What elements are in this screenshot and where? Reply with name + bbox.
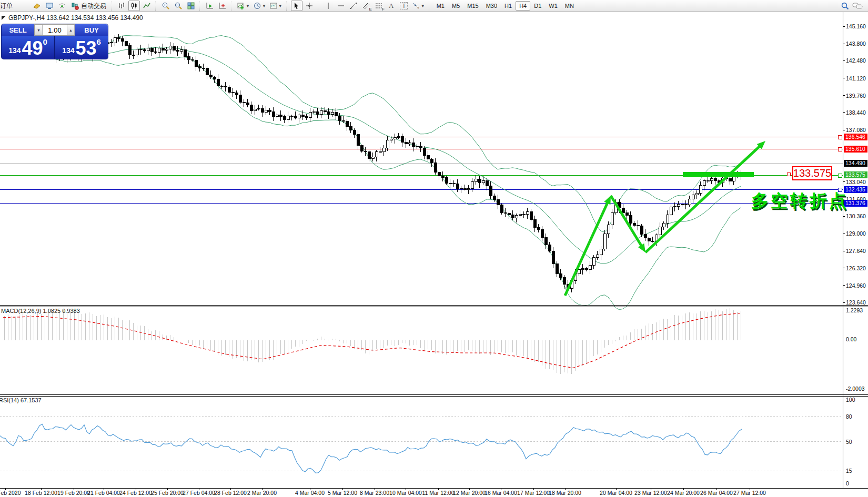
sell-button[interactable]: SELL	[2, 24, 34, 36]
candle-body	[633, 223, 635, 225]
candle-body	[544, 237, 547, 245]
timeframe-button-w1[interactable]: W1	[545, 1, 561, 11]
candle-body	[416, 147, 418, 147]
candle-body	[209, 75, 212, 77]
new-order-button[interactable]: 新订单	[1, 1, 30, 11]
candle-body	[475, 179, 477, 181]
rsi-axis-label: 100	[846, 397, 855, 403]
terminal-button[interactable]	[44, 1, 55, 11]
candle-body	[220, 86, 223, 87]
trend-arrow-line[interactable]	[645, 145, 761, 252]
candle-body	[246, 103, 249, 105]
timeframe-button-mn[interactable]: MN	[561, 1, 578, 11]
volume-increase-button[interactable]: ▲	[67, 25, 75, 35]
candle-body	[305, 116, 308, 117]
toolbar-separator	[286, 2, 288, 11]
macd-axis-label: 0.00	[846, 336, 856, 342]
price-level-tag[interactable]: 133.575	[792, 166, 832, 180]
timeframe-button-m5[interactable]: M5	[448, 1, 463, 11]
crosshair-tool-button[interactable]	[304, 1, 315, 11]
timeframe-button-m30[interactable]: M30	[482, 1, 501, 11]
price-axis-label: 141.120	[846, 75, 866, 82]
search-button[interactable]	[839, 1, 851, 11]
trend-arrow-line[interactable]	[565, 201, 608, 296]
zoom-in-icon	[162, 2, 170, 10]
buy-price-display[interactable]: 134 53 6	[55, 36, 108, 59]
candle-body	[117, 38, 120, 39]
time-axis-label: 17 Mar 12:00	[517, 490, 550, 496]
candle-body	[136, 49, 138, 55]
candle-body	[287, 116, 289, 120]
tile-windows-button[interactable]	[185, 1, 197, 11]
support-zone-bar[interactable]	[683, 172, 754, 177]
price-axis-label: 123.640	[846, 299, 866, 306]
line-handle-icon[interactable]	[838, 135, 842, 139]
timeframe-button-d1[interactable]: D1	[530, 1, 545, 11]
timeframe-button-h1[interactable]: H1	[501, 1, 516, 11]
candle-body	[603, 234, 606, 249]
arrows-tool-button[interactable]: ▼	[411, 1, 426, 11]
candle-body	[272, 111, 275, 116]
chart-shift-button[interactable]	[217, 1, 228, 11]
timeframe-button-h4[interactable]: H4	[516, 1, 530, 11]
candle-body	[456, 184, 459, 189]
zoom-out-button[interactable]	[173, 1, 184, 11]
candle-body	[684, 204, 687, 205]
timeframe-button-m1[interactable]: M1	[433, 1, 448, 11]
signal-button[interactable]	[56, 1, 68, 11]
candle-body	[110, 43, 113, 43]
candle-body	[327, 112, 330, 115]
line-handle-icon[interactable]	[838, 147, 842, 151]
price-axis-tag: 133.575	[844, 171, 867, 178]
candle-body	[390, 139, 392, 140]
volume-input[interactable]: 1.00	[43, 25, 67, 35]
candle-body	[559, 274, 562, 277]
time-axis-label: 25 Feb 20:00	[151, 490, 184, 496]
autotrade-button[interactable]: 自动交易	[69, 1, 108, 11]
chat-button[interactable]	[852, 1, 863, 11]
candle-body	[147, 48, 149, 50]
candle-body	[515, 216, 518, 218]
candle-body	[360, 146, 363, 151]
templates-button[interactable]: ▼	[268, 1, 284, 11]
candle-body	[692, 195, 694, 199]
rsi-axis-label: 0	[846, 480, 849, 486]
price-list-button[interactable]	[31, 1, 43, 11]
candle-body	[662, 224, 665, 227]
periods-button[interactable]: ▼	[252, 1, 267, 11]
candle-body	[452, 183, 455, 184]
time-axis-label: 26 Mar 04:00	[700, 490, 733, 496]
line-handle-icon[interactable]	[838, 174, 842, 177]
cursor-tool-button[interactable]	[291, 1, 302, 11]
text-tool-button[interactable]: A	[386, 1, 397, 11]
zoom-out-icon	[174, 2, 183, 10]
symbol-info-bar: GBPJPY-,H4 133.642 134.534 133.456 134.4…	[2, 14, 143, 22]
volume-decrease-button[interactable]: ▼	[35, 25, 43, 35]
channel-tool-button[interactable]: E	[360, 1, 372, 11]
timeframe-button-m15[interactable]: M15	[463, 1, 482, 11]
chart-canvas[interactable]	[0, 0, 868, 497]
candle-body	[537, 228, 540, 230]
indicators-button[interactable]: ▼	[236, 1, 251, 11]
symbol-ohlc-text: GBPJPY-,H4 133.642 134.534 133.456 134.4…	[8, 14, 143, 22]
fibonacci-tool-button[interactable]: F	[373, 1, 385, 11]
candle-chart-mode-button[interactable]	[128, 1, 140, 11]
candle-body	[320, 110, 322, 114]
text-label-tool-button[interactable]: T	[398, 1, 410, 11]
price-tag-handle-icon[interactable]	[787, 173, 791, 176]
turning-point-annotation[interactable]: 多空转折点	[751, 189, 849, 213]
vertical-line-tool-button[interactable]	[322, 1, 334, 11]
candle-body	[673, 206, 676, 207]
line-chart-mode-button[interactable]	[141, 1, 153, 11]
auto-scroll-button[interactable]	[204, 1, 216, 11]
bar-chart-mode-button[interactable]	[116, 1, 127, 11]
trendline-tool-button[interactable]	[348, 1, 359, 11]
buy-button[interactable]: BUY	[75, 24, 108, 36]
horizontal-line-tool-button[interactable]	[335, 1, 347, 11]
chevron-down-icon: ▼	[262, 4, 266, 8]
candle-body	[419, 147, 422, 148]
signal-icon	[58, 2, 66, 10]
sell-price-display[interactable]: 134 49 0	[2, 36, 54, 59]
zoom-in-button[interactable]	[160, 1, 171, 11]
chevron-down-icon: ▼	[278, 4, 282, 8]
